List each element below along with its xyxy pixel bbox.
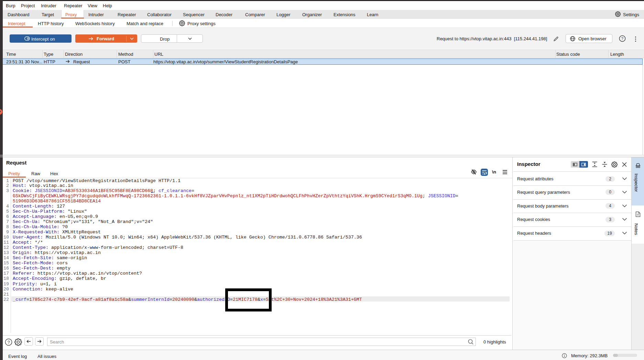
svg-text:?: ?	[621, 36, 623, 41]
svg-text:?: ?	[7, 340, 10, 345]
